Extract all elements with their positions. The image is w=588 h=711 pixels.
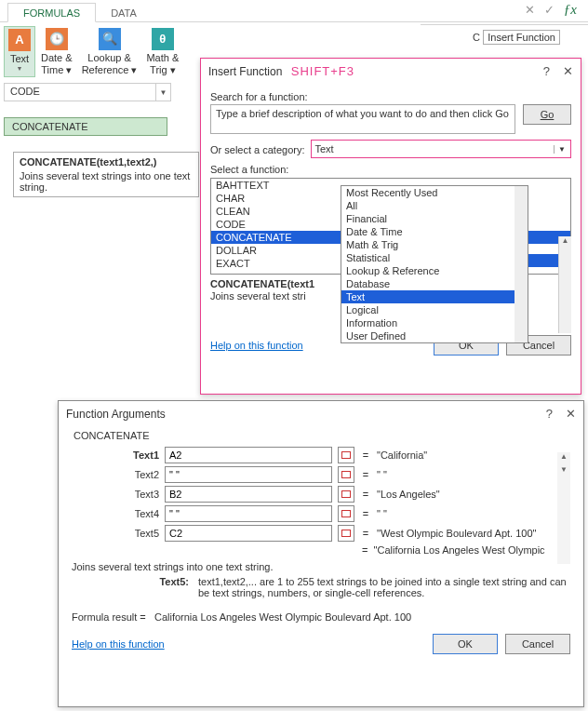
scroll-down-icon[interactable]: ▼ bbox=[557, 465, 570, 478]
equals-label: = bbox=[360, 469, 371, 480]
category-scrollbar[interactable] bbox=[514, 186, 528, 342]
arg-label: Text2 bbox=[72, 469, 159, 480]
arg-input-text3[interactable] bbox=[165, 486, 332, 503]
dialog-title: Function Arguments bbox=[66, 408, 166, 421]
preview-result: = "California Los Angeles West Olympic bbox=[362, 544, 570, 556]
go-button[interactable]: Go bbox=[523, 104, 571, 125]
ribbon-label: Lookup & bbox=[87, 52, 130, 64]
range-selector-icon[interactable] bbox=[338, 447, 354, 463]
fx-tooltip: Insert Function bbox=[483, 30, 560, 45]
arg-input-text4[interactable] bbox=[165, 505, 332, 522]
range-selector-icon[interactable] bbox=[338, 466, 354, 483]
help-link[interactable]: Help on this function bbox=[210, 340, 303, 351]
function-list-scrollbar[interactable]: ▲ bbox=[558, 236, 571, 333]
ribbon-label: Math & bbox=[146, 52, 179, 64]
text-icon: A bbox=[8, 29, 31, 51]
ribbon-lookup-button[interactable]: 🔍 Lookup & Reference ▾ bbox=[78, 26, 141, 77]
tab-formulas[interactable]: FORMULAS bbox=[7, 3, 96, 22]
cancel-formula-icon[interactable]: ✕ bbox=[525, 3, 535, 17]
category-dropdown-list: Most Recently UsedAllFinancialDate & Tim… bbox=[341, 185, 528, 343]
ribbon-text-label: Text bbox=[10, 53, 29, 65]
insert-function-dialog: Insert Function SHIFT+F3 ? ✕ Search for … bbox=[200, 58, 581, 395]
ribbon-label: Reference ▾ bbox=[82, 64, 138, 76]
arg-result: "West Olympic Boulevard Apt. 100" bbox=[377, 528, 570, 539]
category-item-logical[interactable]: Logical bbox=[341, 303, 528, 316]
function-name: CONCATENATE bbox=[74, 430, 570, 441]
ribbon-text-button[interactable]: A Text ▼ bbox=[4, 26, 35, 77]
help-link[interactable]: Help on this function bbox=[72, 638, 165, 650]
arg-result: "California" bbox=[377, 449, 570, 461]
arg-input-text5[interactable] bbox=[165, 525, 332, 542]
arg-label: Text4 bbox=[72, 508, 159, 519]
category-item-math-trig[interactable]: Math & Trig bbox=[341, 238, 528, 251]
range-selector-icon[interactable] bbox=[338, 505, 354, 522]
arg-result: " " bbox=[377, 469, 570, 480]
category-item-lookup-reference[interactable]: Lookup & Reference bbox=[341, 264, 528, 277]
category-item-all[interactable]: All bbox=[341, 199, 528, 212]
arg-input-text1[interactable] bbox=[165, 447, 332, 463]
tab-data[interactable]: DATA bbox=[96, 4, 152, 21]
category-item-most-recently-used[interactable]: Most Recently Used bbox=[341, 186, 528, 199]
name-box[interactable]: CODE ▼ bbox=[4, 83, 171, 101]
range-selector-icon[interactable] bbox=[338, 525, 354, 542]
equals-label: = bbox=[360, 508, 371, 519]
search-label: Search for a function: bbox=[210, 91, 571, 102]
arg-row-text4: Text4=" " bbox=[72, 505, 570, 522]
search-input[interactable]: Type a brief description of what you wan… bbox=[210, 104, 515, 134]
arg-label: Text1 bbox=[72, 449, 159, 461]
category-select[interactable]: Text ▼ bbox=[311, 140, 572, 158]
function-arguments-dialog: Function Arguments ? ✕ CONCATENATE Text1… bbox=[58, 400, 584, 707]
insert-function-icon[interactable]: ƒx bbox=[564, 2, 577, 18]
scroll-up-icon[interactable]: ▲ bbox=[557, 452, 570, 465]
chevron-down-icon: ▼ bbox=[554, 145, 567, 154]
category-label: Or select a category: bbox=[210, 144, 305, 155]
name-box-item-concatenate[interactable]: CONCATENATE bbox=[5, 118, 167, 135]
equals-label: = bbox=[360, 449, 371, 461]
category-item-financial[interactable]: Financial bbox=[341, 212, 528, 225]
signature-tooltip: CONCATENATE(text1,text2,) Joins several … bbox=[13, 152, 199, 197]
scroll-up-icon[interactable]: ▲ bbox=[559, 236, 571, 249]
arg-desc-text: text1,text2,... are 1 to 255 text string… bbox=[198, 576, 570, 598]
name-box-dropdown-icon[interactable]: ▼ bbox=[155, 84, 170, 101]
range-selector-icon[interactable] bbox=[338, 486, 354, 503]
category-item-text[interactable]: Text bbox=[341, 290, 528, 303]
function-description: Joins several text strings into one text… bbox=[72, 561, 570, 572]
name-box-prefix: C bbox=[473, 32, 480, 43]
ribbon-math-trig-button[interactable]: θ Math & Trig ▾ bbox=[142, 26, 182, 77]
help-icon[interactable]: ? bbox=[543, 64, 550, 78]
signature-desc: Joins several text strings into one text… bbox=[20, 170, 193, 193]
formula-result: Formula result = California Los Angeles … bbox=[72, 611, 570, 623]
ribbon-label: Time ▾ bbox=[41, 64, 72, 76]
close-icon[interactable]: ✕ bbox=[563, 64, 573, 78]
search-icon: 🔍 bbox=[99, 28, 121, 50]
help-icon[interactable]: ? bbox=[546, 407, 553, 421]
category-value: Text bbox=[315, 143, 334, 154]
arg-row-text3: Text3="Los Angeles" bbox=[72, 486, 570, 503]
category-item-database[interactable]: Database bbox=[341, 277, 528, 290]
ribbon-label: Trig ▾ bbox=[150, 64, 176, 76]
caret-down-icon: ▼ bbox=[17, 65, 23, 73]
category-item-user-defined[interactable]: User Defined bbox=[341, 329, 528, 342]
ok-button[interactable]: OK bbox=[433, 634, 498, 654]
arg-input-text2[interactable] bbox=[165, 466, 332, 483]
confirm-formula-icon[interactable]: ✓ bbox=[544, 3, 555, 17]
ribbon-date-time-button[interactable]: 🕒 Date & Time ▾ bbox=[37, 26, 76, 77]
arg-result: "Los Angeles" bbox=[377, 489, 570, 500]
category-item-statistical[interactable]: Statistical bbox=[341, 251, 528, 264]
select-function-label: Select a function: bbox=[210, 164, 571, 175]
signature-text: CONCATENATE(text1,text2,) bbox=[20, 156, 193, 168]
arg-label: Text5 bbox=[72, 528, 159, 539]
category-item-date-time[interactable]: Date & Time bbox=[341, 225, 528, 238]
dialog-titlebar: Function Arguments ? ✕ bbox=[59, 401, 583, 426]
formula-bar-input[interactable] bbox=[421, 24, 588, 25]
equals-label: = bbox=[360, 489, 371, 500]
category-item-information[interactable]: Information bbox=[341, 316, 528, 329]
close-icon[interactable]: ✕ bbox=[566, 407, 576, 421]
cancel-button[interactable]: Cancel bbox=[505, 634, 570, 654]
formula-bar-controls: ✕ ✓ ƒx ↖ bbox=[525, 2, 577, 18]
name-box-menu: CONCATENATE bbox=[4, 117, 167, 136]
arguments-scrollbar[interactable]: ▲ ▼ bbox=[557, 452, 570, 564]
dialog-title: Insert Function bbox=[208, 65, 282, 78]
arg-label: Text3 bbox=[72, 489, 159, 500]
ribbon-label: Date & bbox=[41, 52, 73, 64]
